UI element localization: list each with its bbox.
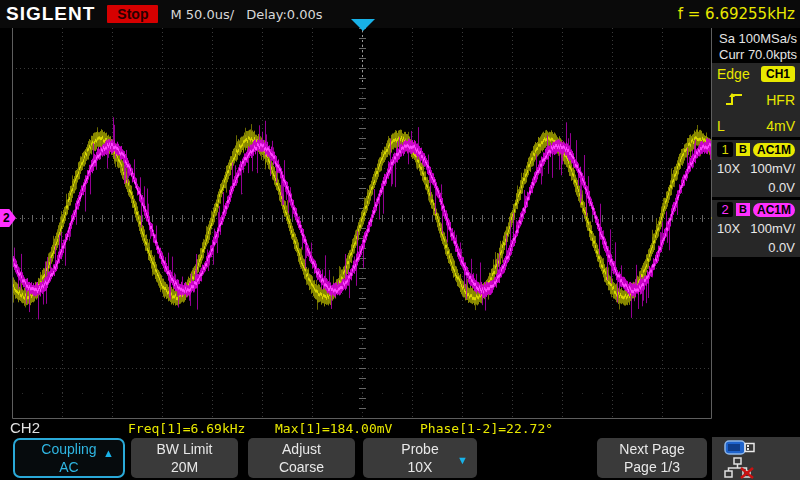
- acquisition-info: Sa 100MSa/s Curr 70.0kpts: [719, 31, 797, 63]
- ch1-number-chip: 1: [717, 142, 733, 157]
- ch2-offset: 0.0V: [717, 240, 795, 255]
- timebase-readout: M 50.0us/: [170, 7, 234, 22]
- ch1-scale: 100mV/: [750, 161, 795, 176]
- ch1-coupling-badge: AC1M: [753, 143, 795, 157]
- ch1-probe: 10X: [717, 161, 740, 176]
- trigger-mode: Edge: [717, 66, 750, 82]
- status-icon-panel: [712, 437, 800, 480]
- oscilloscope-screen: SIGLENT Stop M 50.0us/ Delay:0.00s f = 6…: [0, 0, 800, 480]
- active-channel-label: CH2: [10, 419, 40, 436]
- delay-readout: Delay:0.00s: [246, 7, 322, 22]
- trigger-level-prefix: L: [717, 118, 725, 134]
- ch2-coupling-badge: AC1M: [753, 203, 795, 217]
- frequency-counter: f = 6.69255kHz: [678, 5, 795, 23]
- trigger-panel[interactable]: Edge CH1 HFR L 4mV: [712, 63, 800, 137]
- rising-edge-icon: [725, 92, 743, 109]
- ch2-number-chip: 2: [717, 202, 733, 217]
- ch1-bandwidth-badge: B: [736, 143, 750, 156]
- down-arrow-icon: ▼: [457, 451, 468, 469]
- ch2-bandwidth-badge: B: [736, 203, 750, 216]
- ch2-probe: 10X: [717, 221, 740, 236]
- sample-rate: Sa 100MSa/s: [719, 31, 797, 47]
- trigger-level-value: 4mV: [766, 118, 795, 134]
- trigger-coupling: HFR: [766, 92, 795, 108]
- menu-button-adjust[interactable]: Adjust Coarse: [248, 438, 355, 478]
- channel2-panel[interactable]: 2 B AC1M 10X 100mV/ 0.0V: [712, 200, 800, 257]
- lan-disconnected-icon: [724, 457, 800, 480]
- acquisition-status-badge[interactable]: Stop: [107, 5, 158, 23]
- up-arrow-icon: ▲: [103, 444, 114, 462]
- measurement-max: Max[1]=184.00mV: [275, 421, 392, 436]
- measurement-phase: Phase[1-2]=22.72°: [420, 421, 553, 436]
- menu-button-bw-limit[interactable]: BW Limit 20M: [131, 438, 238, 478]
- brand-logo: SIGLENT: [6, 3, 95, 25]
- menu-button-coupling[interactable]: Coupling AC ▲: [13, 438, 125, 478]
- measurement-bar: CH2 Freq[1]=6.69kHz Max[1]=184.00mV Phas…: [0, 419, 712, 437]
- menu-button-next-page[interactable]: Next Page Page 1/3: [597, 438, 707, 478]
- measurement-freq: Freq[1]=6.69kHz: [128, 421, 245, 436]
- ch1-offset: 0.0V: [717, 180, 795, 195]
- top-bar: SIGLENT Stop M 50.0us/ Delay:0.00s f = 6…: [0, 0, 800, 28]
- channel1-panel[interactable]: 1 B AC1M 10X 100mV/ 0.0V: [712, 140, 800, 197]
- memory-depth: Curr 70.0kpts: [719, 47, 797, 63]
- waveform-display[interactable]: [0, 28, 712, 419]
- sidebar: Sa 100MSa/s Curr 70.0kpts Edge CH1 HFR L…: [712, 28, 800, 480]
- trigger-source-badge: CH1: [761, 66, 795, 82]
- ch2-scale: 100mV/: [750, 221, 795, 236]
- menu-button-probe[interactable]: Probe 10X ▼: [363, 438, 477, 478]
- softkey-menu: Coupling AC ▲ BW Limit 20M Adjust Coarse…: [0, 437, 712, 480]
